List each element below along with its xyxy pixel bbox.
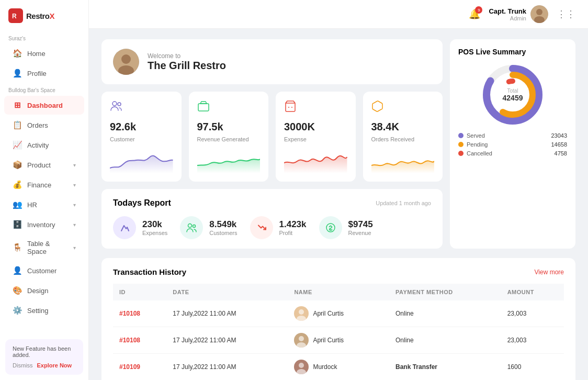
- sidebar-item-table-space[interactable]: 🪑 Table & Space ▾: [4, 235, 84, 260]
- svg-point-25: [297, 369, 306, 374]
- cell-payment: Online: [389, 327, 501, 354]
- cell-id: #10108: [113, 327, 166, 354]
- sidebar-item-dashboard[interactable]: ⊞ Dashboard: [4, 96, 84, 115]
- sidebar-item-customer[interactable]: 👤 Customer: [4, 261, 84, 280]
- sidebar-item-design[interactable]: 🎨 Design: [4, 281, 84, 300]
- customer-sparkline: [110, 150, 173, 173]
- stat-card-orders: 38.4K Orders Received: [363, 92, 443, 182]
- notification-badge: 9: [475, 6, 482, 14]
- table-body: #10108 17 July,2022 11:00 AM April Curti…: [113, 300, 564, 380]
- dashboard-icon: ⊞: [13, 100, 22, 110]
- sidebar-item-profile[interactable]: 👤 Profile: [4, 64, 84, 83]
- sidebar-item-label: Finance: [27, 181, 51, 189]
- sidebar-item-home[interactable]: 🏠 Home: [4, 44, 84, 63]
- svg-point-12: [291, 107, 292, 108]
- legend-pending: Pending 14658: [458, 141, 567, 148]
- served-label: Served: [467, 132, 485, 139]
- revenue-icon-circle: [319, 216, 342, 239]
- metric-expenses: 230k Expenses: [113, 216, 167, 239]
- legend-served: Served 23043: [458, 132, 567, 139]
- explore-button[interactable]: Explore Now: [37, 362, 72, 368]
- svg-point-2: [536, 9, 542, 15]
- expense-sparkline: [284, 150, 347, 173]
- sidebar-item-activity[interactable]: 📈 Activity: [4, 136, 84, 154]
- welcome-avatar: [113, 49, 139, 75]
- cell-name: April Curtis: [288, 300, 389, 327]
- sidebar-item-label: Design: [27, 287, 48, 295]
- col-payment: PAYMENT METHOD: [389, 284, 501, 300]
- revenue-value: $9745: [348, 219, 373, 230]
- table-header: ID DATE NAME PAYMENT METHOD AMOUNT: [113, 284, 564, 300]
- served-value: 23043: [551, 132, 567, 139]
- user-info: Capt. Trunk Admin: [489, 7, 526, 21]
- sidebar-item-inventory[interactable]: 🗄️ Inventory ▾: [4, 215, 84, 234]
- report-metrics: 230k Expenses 8.549k Customers: [113, 216, 431, 239]
- sidebar-item-label: Activity: [27, 141, 49, 149]
- table-row: #10108 17 July,2022 11:00 AM April Curti…: [113, 327, 564, 354]
- svg-point-11: [288, 107, 289, 108]
- expenses-label: Expenses: [142, 230, 167, 236]
- cell-name: Murdock: [288, 354, 389, 381]
- donut-label: Total 42459: [503, 88, 523, 102]
- col-id: ID: [113, 284, 166, 300]
- col-name: NAME: [288, 284, 389, 300]
- expenses-icon-circle: [113, 216, 136, 239]
- pending-value: 14658: [551, 141, 567, 148]
- revenue-sparkline: [197, 150, 261, 173]
- view-more-button[interactable]: View more: [535, 269, 564, 276]
- profit-label: Profit: [279, 230, 307, 236]
- profit-value: 1.423k: [279, 219, 307, 230]
- metric-revenue-text: $9745 Revenue: [348, 219, 373, 236]
- transactions-title: Transaction History: [113, 267, 186, 276]
- customers-icon-circle: [180, 216, 203, 239]
- metric-expenses-text: 230k Expenses: [142, 219, 167, 236]
- grid-icon[interactable]: ⋮⋮: [557, 8, 575, 20]
- sidebar-item-label: Profile: [27, 70, 47, 77]
- cell-id: #10108: [113, 300, 166, 327]
- metric-customers: 8.549k Customers: [180, 216, 237, 239]
- row-avatar: [294, 360, 309, 374]
- user-role: Admin: [489, 15, 526, 21]
- report-header: Todays Report Updated 1 month ago: [113, 198, 431, 208]
- sidebar-item-label: Customer: [27, 267, 56, 275]
- sidebar-item-label: HR: [27, 201, 37, 209]
- sidebar-item-finance[interactable]: 💰 Finance ▾: [4, 175, 84, 194]
- customer-stat-icon: [110, 100, 173, 116]
- stats-row: 92.6k Customer: [101, 92, 443, 182]
- report-title: Todays Report: [113, 198, 171, 208]
- metric-profit: 1.423k Profit: [250, 216, 307, 239]
- customers-value: 8.549k: [209, 219, 237, 230]
- cell-amount: 1600: [501, 354, 564, 381]
- setting-icon: ⚙️: [13, 306, 22, 315]
- profit-icon-circle: [250, 216, 273, 239]
- sidebar-item-setting[interactable]: ⚙️ Setting: [4, 301, 84, 320]
- cell-amount: 23,003: [501, 300, 564, 327]
- stat-card-customer: 92.6k Customer: [101, 92, 182, 182]
- user-menu[interactable]: Capt. Trunk Admin: [489, 5, 548, 23]
- svg-point-23: [297, 342, 306, 348]
- pending-dot: [458, 142, 463, 147]
- customer-stat-value: 92.6k: [110, 121, 173, 133]
- content-area: Welcome to The Grill Restro 92.6k Custom…: [89, 29, 588, 380]
- dismiss-button[interactable]: Dismiss: [13, 362, 33, 368]
- hr-icon: 👥: [13, 200, 22, 209]
- metric-customers-text: 8.549k Customers: [209, 219, 237, 236]
- sidebar-item-label: Dashboard: [27, 102, 63, 109]
- sidebar-item-product[interactable]: 📦 Product ▾: [4, 155, 84, 174]
- cell-date: 17 July,2022 11:00 AM: [166, 327, 288, 354]
- customer-icon: 👤: [13, 266, 22, 275]
- sidebar-item-hr[interactable]: 👥 HR ▾: [4, 195, 84, 214]
- sidebar-item-orders[interactable]: 📋 Orders: [4, 116, 84, 135]
- revenue-label: Revenue: [348, 230, 373, 236]
- product-icon: 📦: [13, 160, 22, 170]
- cell-id: #10109: [113, 354, 166, 381]
- col-date: DATE: [166, 284, 288, 300]
- sidebar-item-label: Home: [27, 50, 46, 58]
- row-name: Murdock: [313, 363, 337, 371]
- svg-point-22: [299, 336, 304, 341]
- user-name: Capt. Trunk: [489, 7, 526, 15]
- stat-card-expense: 3000K Expense: [276, 92, 356, 182]
- sidebar-item-label: Orders: [27, 121, 48, 129]
- notifications-bell[interactable]: 🔔 9: [469, 8, 480, 20]
- cell-name: April Curtis: [288, 327, 389, 354]
